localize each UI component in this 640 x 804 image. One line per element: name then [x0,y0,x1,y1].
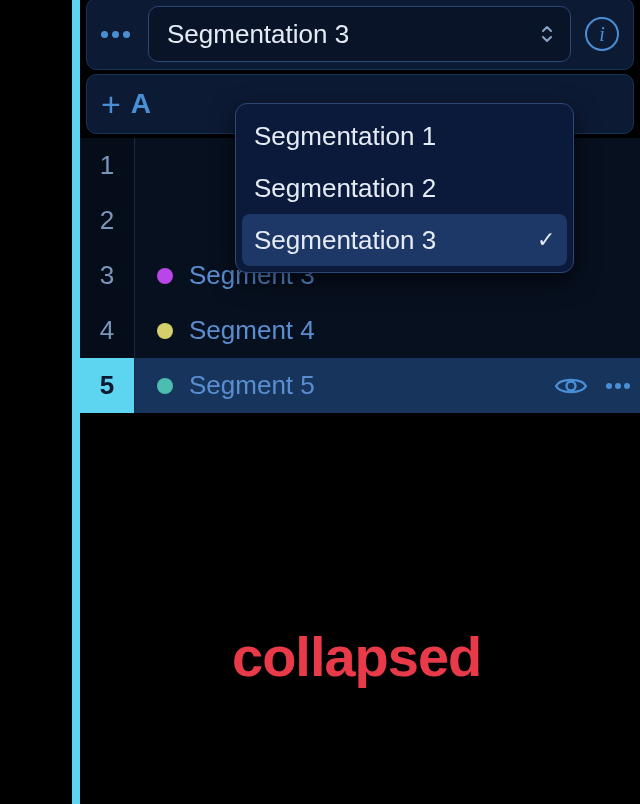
segment-color-swatch [157,323,173,339]
dropdown-option-label: Segmentation 3 [254,225,436,256]
dropdown-option-segmentation-1[interactable]: Segmentation 1 [242,110,567,162]
segmentation-select[interactable]: Segmentation 3 [148,6,571,62]
segment-color-swatch [157,268,173,284]
dropdown-option-segmentation-2[interactable]: Segmentation 2 [242,162,567,214]
segment-index: 4 [80,303,135,358]
segment-row[interactable]: 4 Segment 4 [80,303,640,358]
select-chevrons-icon [540,25,554,43]
panel-accent-bar [72,0,80,804]
segment-body: Segment 4 [135,303,640,358]
segment-label: Segment 5 [189,370,315,401]
segment-index: 1 [80,138,135,193]
segmentation-dropdown: Segmentation 1 Segmentation 2 Segmentati… [235,103,574,273]
segment-index: 2 [80,193,135,248]
add-segment-label: A [131,88,151,120]
segment-more-button[interactable] [606,383,630,389]
segment-color-swatch [157,378,173,394]
segment-index: 5 [80,358,135,413]
segmentation-panel: Appearance Settings Segmentation 3 i + A… [80,0,640,804]
visibility-toggle[interactable] [554,374,588,398]
annotation-text: collapsed [232,624,481,689]
more-options-button[interactable] [101,31,130,38]
check-icon: ✓ [537,227,555,253]
segment-row-active[interactable]: 5 Segment 5 [80,358,640,413]
info-button[interactable]: i [585,17,619,51]
plus-icon: + [101,87,121,121]
dropdown-option-label: Segmentation 1 [254,121,436,152]
segment-index: 3 [80,248,135,303]
segmentation-select-value: Segmentation 3 [167,19,349,50]
svg-point-4 [567,381,576,390]
segmentation-select-row: Segmentation 3 i [86,0,634,70]
segment-actions [554,374,630,398]
dropdown-option-segmentation-3[interactable]: Segmentation 3 ✓ [242,214,567,266]
dropdown-option-label: Segmentation 2 [254,173,436,204]
segment-label: Segment 4 [189,315,315,346]
